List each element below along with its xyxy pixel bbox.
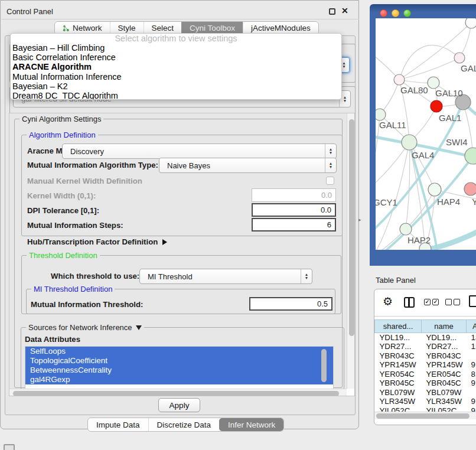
mi-steps-label: Mutual Information Steps: — [27, 221, 123, 230]
dropdown-item[interactable]: Bayesian – Hill Climbing — [11, 43, 341, 53]
attribute-list-item[interactable]: TopologicalCoefficient — [25, 356, 333, 366]
network-node-hap4[interactable] — [428, 183, 441, 196]
apply-button[interactable]: Apply — [158, 398, 200, 412]
column-layout-icon[interactable] — [404, 297, 415, 308]
kernel-width-field[interactable]: 0.0 — [252, 188, 336, 202]
network-edge[interactable] — [399, 58, 459, 80]
close-icon[interactable]: ✕ — [341, 6, 348, 15]
node-label: GAL — [461, 63, 476, 73]
tab-discretize-data[interactable]: Discretize Data — [148, 418, 220, 431]
node-label: GAL10 — [435, 88, 463, 98]
table-toolbar: ⚙ ✓✓ — [374, 289, 476, 317]
minimize-traffic-light-icon[interactable] — [392, 9, 399, 17]
tab-impute-data[interactable]: Impute Data — [88, 418, 148, 431]
col-name[interactable]: name — [422, 320, 467, 333]
col-extra[interactable]: A — [467, 320, 476, 333]
dpi-tolerance-label: DPI Tolerance [0,1]: — [27, 206, 99, 215]
table-row[interactable]: YLR345WYLR345W9. — [375, 397, 476, 406]
combo-stepper-icon[interactable]: ▲▼ — [325, 144, 336, 158]
attribute-list-item[interactable]: SelfLoops — [25, 347, 333, 356]
deselect-all-icon[interactable] — [445, 299, 460, 305]
network-edge[interactable] — [406, 142, 410, 229]
new-table-icon[interactable] — [469, 295, 476, 307]
node-label: GAL80 — [400, 85, 428, 95]
data-attributes-label: Data Attributes — [25, 335, 80, 344]
network-node-gal10[interactable] — [428, 77, 439, 89]
table-panel-title: Table Panel — [376, 276, 416, 285]
algorithm-dropdown-popup: Select algorithm to view settings Bayesi… — [10, 33, 342, 100]
network-edge[interactable] — [409, 142, 435, 190]
network-node-gal80[interactable] — [394, 74, 405, 85]
combo-stepper-icon[interactable]: ▲▼ — [301, 269, 312, 283]
table-row[interactable]: YDL19...YDL19...13 — [375, 333, 476, 343]
settings-gear-icon[interactable]: ⚙ — [383, 295, 393, 308]
hub-definition-toggle[interactable]: Hub/Transcription Factor Definition — [27, 237, 167, 246]
table-header-row[interactable]: shared... name A — [375, 320, 476, 333]
node-label: HAP2 — [407, 235, 431, 245]
dropdown-item[interactable]: Dream8 DC_TDC Algorithm — [11, 91, 341, 100]
manual-kernel-width-checkbox[interactable] — [326, 177, 334, 185]
table-row[interactable]: YER054CYER054C8. — [375, 370, 476, 379]
mi-threshold-label: Mutual Information Threshold: — [31, 300, 143, 309]
mi-threshold-field[interactable]: 0.5 — [249, 297, 332, 311]
dropdown-item[interactable]: Basic Correlation Inference — [11, 53, 341, 62]
network-edge[interactable] — [406, 190, 435, 229]
table-row[interactable]: YBL079WYBL079W — [375, 388, 476, 397]
attribute-list-item[interactable]: BetweennessCentrality — [25, 366, 333, 375]
dropdown-item[interactable]: ARACNE Algorithm — [11, 62, 341, 71]
select-all-icon[interactable]: ✓✓ — [424, 299, 439, 305]
network-node-gal[interactable] — [454, 53, 465, 63]
control-panel-title: Control Panel — [6, 7, 53, 16]
network-node-hap2[interactable] — [400, 223, 412, 235]
tab-select[interactable]: Select — [144, 22, 182, 34]
tab-cyni-toolbox[interactable]: Cyni Toolbox — [181, 22, 243, 34]
dropdown-item[interactable]: Mutual Information Inference — [11, 72, 341, 81]
kernel-width-label: Kernel Width (0,1): — [27, 191, 96, 200]
table-hscrollbar[interactable] — [374, 412, 476, 419]
scrollbar-corner — [347, 389, 355, 396]
aracne-mode-combo[interactable]: Discovery ▲▼ — [62, 144, 337, 159]
list-scrollbar-thumb[interactable] — [321, 349, 327, 382]
which-threshold-combo[interactable]: MI Threshold ▲▼ — [139, 269, 312, 284]
settings-hscrollbar[interactable] — [9, 389, 347, 396]
network-node-gal11[interactable] — [376, 109, 386, 120]
network-node-gal4[interactable] — [402, 135, 417, 150]
network-edge[interactable] — [376, 45, 399, 80]
settings-vscrollbar[interactable] — [347, 113, 355, 396]
minimized-panel-icon[interactable] — [4, 444, 15, 450]
split-pane-handle[interactable]: ▸ — [358, 217, 361, 223]
network-node-swi4[interactable] — [465, 148, 476, 164]
zoom-traffic-light-icon[interactable] — [403, 9, 411, 17]
mi-algorithm-type-label: Mutual Information Algorithm Type: — [27, 161, 158, 169]
tab-style[interactable]: Style — [110, 22, 144, 34]
network-node-y[interactable] — [464, 182, 476, 195]
network-node[interactable] — [465, 18, 476, 28]
control-panel-window: Control Panel ✕ NetworkStyleSelectCyni T… — [0, 0, 359, 429]
table-row[interactable]: YDR27...YDR27...12 — [375, 342, 476, 351]
node-label: GAL1 — [439, 113, 461, 123]
node-label: Y — [472, 197, 476, 207]
network-canvas[interactable]: GALGAL80GAL10GAL1GAL11GAL4SWI4GCY1HAP4YH… — [376, 18, 476, 250]
network-node-gal1[interactable] — [431, 100, 442, 112]
network-view-window: GALGAL80GAL10GAL1GAL11GAL4SWI4GCY1HAP4YH… — [370, 4, 476, 266]
col-shared-name[interactable]: shared... — [375, 320, 422, 333]
mi-steps-field[interactable]: 6 — [252, 218, 336, 231]
data-attributes-list[interactable]: SelfLoopsTopologicalCoefficientBetweenne… — [25, 346, 334, 391]
tab-infer-network[interactable]: Infer Network — [219, 418, 283, 431]
close-traffic-light-icon[interactable] — [380, 9, 387, 17]
table-row[interactable]: YPR145WYPR145W9. — [375, 360, 476, 370]
dpi-tolerance-field[interactable]: 0.0 — [252, 203, 336, 217]
sources-title[interactable]: Sources for Network Inference — [26, 323, 144, 332]
threshold-definition-title: Threshold Definition — [27, 251, 100, 260]
tab-jactivemnodules[interactable]: jActiveMNodules — [243, 22, 318, 34]
table-row[interactable]: YBR043CYBR043C — [375, 351, 476, 361]
mi-algorithm-type-combo[interactable]: Naive Bayes ▲▼ — [159, 158, 337, 173]
node-table: shared... name A YDL19...YDL19...13YDR27… — [374, 319, 476, 415]
float-window-icon[interactable] — [329, 8, 335, 15]
node-label: GAL4 — [412, 150, 434, 160]
table-row[interactable]: YBR045CYBR045C9. — [375, 379, 476, 388]
dropdown-item[interactable]: Bayesian – K2 — [11, 81, 341, 91]
tab-network[interactable]: Network — [55, 22, 110, 34]
combo-stepper-icon[interactable]: ▲▼ — [325, 158, 336, 172]
attribute-list-item[interactable]: gal4RGexp — [25, 375, 333, 384]
